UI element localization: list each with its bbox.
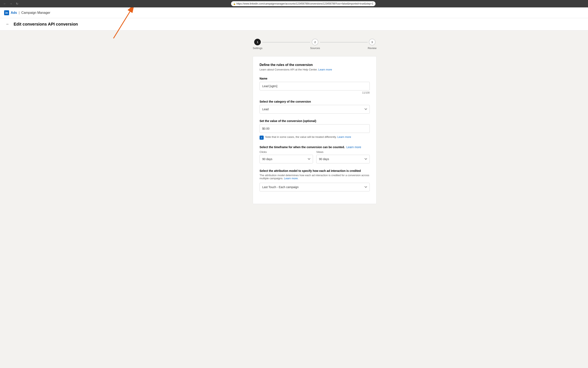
- step-sources: 2 Sources: [310, 39, 320, 50]
- section-subtitle-link[interactable]: Learn more: [318, 68, 332, 71]
- views-label: Views: [316, 150, 370, 154]
- linkedin-header: in Ads | Campaign Manager: [0, 7, 588, 18]
- back-button[interactable]: ←: [5, 21, 10, 27]
- info-note-text: Note that in some cases, the value will …: [265, 135, 351, 138]
- section-subtitle-text: Learn about Conversions API at the Help …: [260, 68, 318, 71]
- step-3-circle: 3: [369, 39, 376, 45]
- name-field-group: Name 11/100: [260, 77, 370, 94]
- attribution-select[interactable]: Last Touch - Each campaign Last Touch - …: [260, 183, 370, 191]
- clicks-select[interactable]: 30 days 60 days 90 days: [260, 155, 313, 163]
- category-select[interactable]: Lead Purchase Add to cart Download Sign …: [260, 105, 370, 113]
- timeframe-link[interactable]: Learn more: [347, 146, 361, 149]
- step-3-label: Review: [368, 46, 376, 50]
- lock-icon: 🔒: [233, 3, 236, 5]
- clicks-label: Clicks: [260, 150, 313, 154]
- timeframe-field-group: Select the timeframe for when the conver…: [260, 146, 370, 163]
- info-note: i Note that in some cases, the value wil…: [260, 135, 370, 140]
- step-2-circle: 2: [312, 39, 318, 45]
- views-col: Views 1 day 7 days 30 days 90 days: [316, 150, 370, 163]
- attribution-desc: The attribution model determines how eac…: [260, 174, 370, 180]
- back-nav-button[interactable]: ←: [2, 1, 7, 6]
- step-connector-1: [262, 42, 310, 42]
- url-text: https://www.linkedin.com/campaignmanager…: [236, 2, 373, 5]
- form-container: 1 Settings 2 Sources 3 Review Define the…: [253, 39, 376, 360]
- category-label: Select the category of the conversion: [260, 100, 370, 103]
- views-select[interactable]: 1 day 7 days 30 days 90 days: [316, 155, 370, 163]
- header-title: Ads | Campaign Manager: [11, 11, 50, 15]
- reload-button[interactable]: ↻: [15, 1, 19, 6]
- page-title: Edit conversions API conversion: [14, 22, 78, 27]
- step-settings: 1 Settings: [253, 39, 262, 50]
- address-bar[interactable]: 🔒 https://www.linkedin.com/campaignmanag…: [231, 1, 376, 6]
- value-input[interactable]: [260, 124, 370, 133]
- step-connector-2: [320, 42, 368, 42]
- timeframe-row: Clicks 30 days 60 days 90 days Views 1 d…: [260, 150, 370, 163]
- form-section: Define the rules of the conversion Learn…: [253, 56, 376, 204]
- step-1-circle: 1: [254, 39, 261, 45]
- stepper: 1 Settings 2 Sources 3 Review: [253, 39, 376, 50]
- section-title: Define the rules of the conversion: [260, 63, 370, 67]
- step-2-label: Sources: [310, 46, 320, 50]
- value-field-group: Set the value of the conversion (optiona…: [260, 119, 370, 140]
- name-input[interactable]: [260, 82, 370, 91]
- main-content: 1 Settings 2 Sources 3 Review Define the…: [0, 30, 588, 368]
- name-label: Name: [260, 77, 370, 80]
- value-label: Set the value of the conversion (optiona…: [260, 119, 370, 123]
- step-review: 3 Review: [368, 39, 376, 50]
- attribution-field-group: Select the attribution model to specify …: [260, 169, 370, 191]
- category-field-group: Select the category of the conversion Le…: [260, 100, 370, 113]
- clicks-col: Clicks 30 days 60 days 90 days: [260, 150, 313, 163]
- timeframe-label: Select the timeframe for when the conver…: [260, 146, 370, 149]
- step-1-label: Settings: [253, 46, 262, 50]
- attribution-link[interactable]: Learn more.: [284, 177, 299, 180]
- browser-chrome: ← → ↻ 🔒 https://www.linkedin.com/campaig…: [0, 0, 588, 7]
- char-count: 11/100: [260, 91, 370, 94]
- ads-link[interactable]: Ads: [11, 11, 17, 14]
- page-header: ← Edit conversions API conversion: [0, 18, 588, 30]
- attribution-title: Select the attribution model to specify …: [260, 169, 370, 173]
- info-note-link[interactable]: Learn more: [337, 135, 351, 138]
- product-name: Campaign Manager: [21, 11, 50, 14]
- section-subtitle: Learn about Conversions API at the Help …: [260, 68, 370, 71]
- info-icon: i: [260, 136, 264, 140]
- forward-nav-button[interactable]: →: [9, 1, 13, 6]
- linkedin-logo: in: [4, 10, 9, 15]
- header-separator: |: [19, 11, 19, 14]
